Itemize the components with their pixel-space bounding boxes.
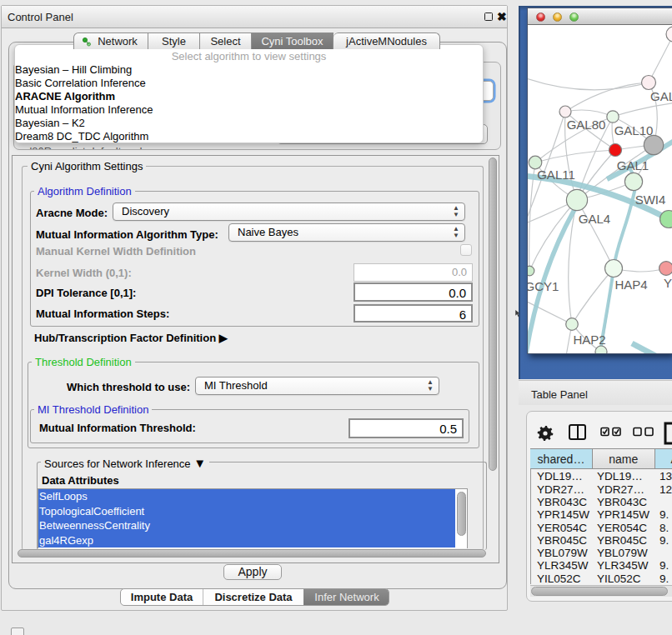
- svg-text:HAP2: HAP2: [573, 332, 605, 347]
- svg-text:YBR: YBR: [664, 276, 672, 290]
- svg-text:SWI4: SWI4: [635, 192, 666, 207]
- svg-text:GAL1: GAL1: [617, 158, 649, 172]
- svg-text:GAL11: GAL11: [537, 168, 575, 182]
- svg-text:GAL7: GAL7: [650, 89, 672, 103]
- svg-text:GCY1: GCY1: [528, 279, 559, 293]
- svg-text:GAL4: GAL4: [579, 212, 610, 226]
- svg-text:HAP4: HAP4: [614, 278, 647, 292]
- svg-text:GAL10: GAL10: [614, 123, 654, 138]
- svg-text:GAL80: GAL80: [567, 118, 606, 132]
